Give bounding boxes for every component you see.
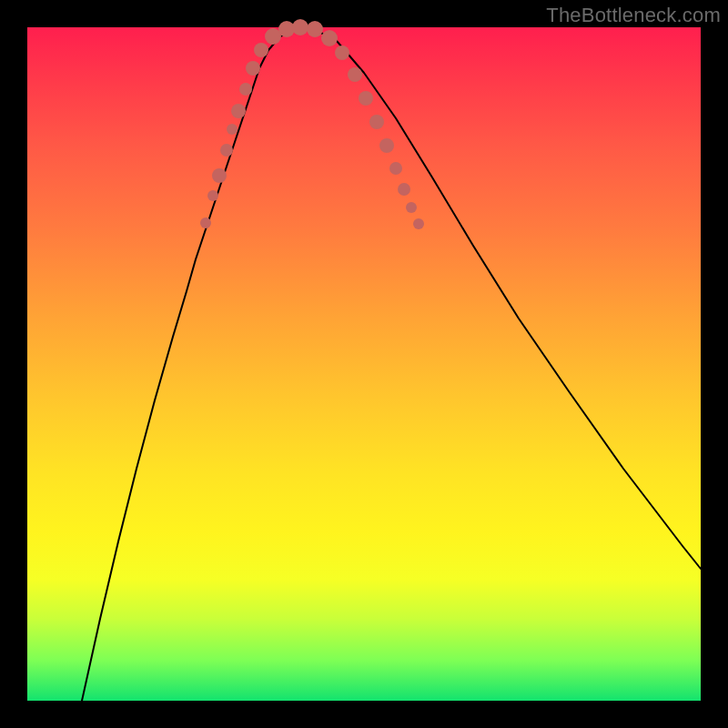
- curve-marker: [321, 30, 338, 46]
- curve-marker: [212, 168, 227, 183]
- curve-marker: [207, 190, 218, 201]
- curve-markers: [200, 19, 424, 229]
- curve-marker: [239, 83, 252, 96]
- curve-marker: [369, 115, 384, 129]
- curve-marker: [413, 218, 424, 229]
- chart-frame: TheBottleneck.com: [0, 0, 728, 728]
- chart-svg: [27, 27, 701, 701]
- curve-marker: [348, 67, 362, 82]
- curve-marker: [307, 21, 323, 37]
- watermark-text: TheBottleneck.com: [546, 4, 721, 27]
- curve-marker: [254, 43, 268, 57]
- curve-marker: [335, 46, 349, 60]
- curve-marker: [246, 61, 260, 76]
- curve-marker: [359, 91, 373, 106]
- curve-marker: [200, 217, 211, 228]
- bottleneck-curve: [82, 29, 701, 701]
- curve-marker: [389, 162, 402, 175]
- curve-marker: [379, 138, 394, 153]
- curve-marker: [220, 144, 233, 157]
- curve-marker: [231, 104, 246, 118]
- curve-marker: [398, 183, 410, 196]
- curve-marker: [227, 124, 238, 135]
- chart-plot-area: [27, 27, 701, 701]
- curve-marker: [292, 19, 308, 35]
- curve-marker: [406, 202, 417, 213]
